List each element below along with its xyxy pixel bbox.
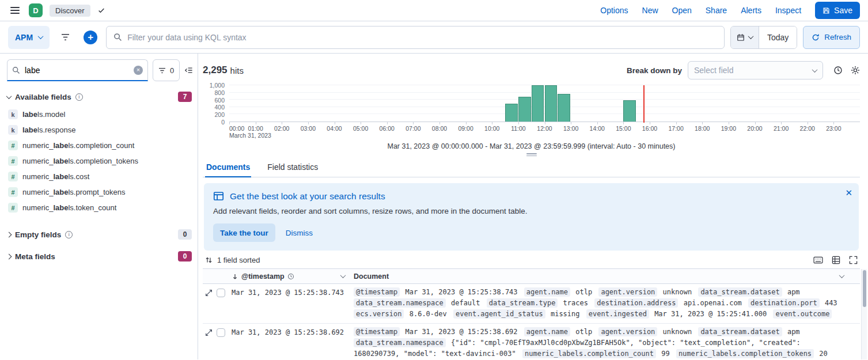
field-item[interactable]: #numeric_labels.completion_count: [7, 138, 192, 153]
table-header-row: @timestamp Document: [203, 269, 860, 284]
doc-field-value: Mar 31, 2023 @ 15:25:38.692: [405, 328, 517, 336]
field-item[interactable]: #numeric_labels.token_count: [7, 200, 192, 215]
vertical-scrollbar[interactable]: [861, 269, 867, 359]
take-tour-button[interactable]: Take the tour: [213, 223, 275, 242]
tab-documents[interactable]: Documents: [205, 158, 251, 177]
number-field-icon: #: [8, 156, 18, 166]
empty-fields-section[interactable]: Empty fields i 0: [7, 229, 192, 240]
data-view-picker[interactable]: APM: [8, 26, 50, 49]
field-item[interactable]: #numeric_labels.completion_tokens: [7, 153, 192, 169]
histogram-bar[interactable]: [505, 104, 518, 122]
discover-main: 2,295 hits Break down by Select field: [198, 54, 868, 359]
timestamp-cell: Mar 31, 2023 @ 15:25:38.743: [232, 287, 354, 297]
display-options-icon[interactable]: [832, 256, 840, 264]
expand-row-icon[interactable]: [205, 289, 213, 297]
tab-field-statistics[interactable]: Field statistics: [266, 158, 319, 177]
menu-icon[interactable]: [8, 5, 22, 16]
row-checkbox[interactable]: [217, 289, 225, 297]
field-search-input[interactable]: [25, 66, 129, 75]
doc-field-value: unknown: [663, 288, 692, 296]
keyword-field-icon: k: [8, 125, 18, 135]
date-quick-select[interactable]: Today: [759, 26, 797, 48]
field-name: labels.model: [22, 110, 65, 119]
clock-icon: [287, 273, 294, 280]
clear-search-icon[interactable]: ×: [134, 66, 143, 75]
document-column-header[interactable]: Document: [354, 272, 847, 281]
dismiss-button[interactable]: Dismiss: [286, 229, 313, 237]
history-icon[interactable]: [833, 66, 843, 75]
x-tickmark: [282, 122, 282, 124]
number-field-icon: #: [8, 187, 18, 197]
number-field-icon: #: [8, 172, 18, 181]
query-bar: APM + Today Refresh: [0, 21, 868, 54]
breakdown-select[interactable]: Select field: [688, 61, 823, 79]
x-tickmark: [729, 122, 729, 124]
histogram: 02004006008001,000 00:0001:0002:0003:000…: [203, 85, 860, 156]
doc-field-value: 20: [819, 350, 827, 358]
meta-fields-section[interactable]: Meta fields 0: [7, 251, 192, 262]
doc-field-value: 99: [661, 350, 669, 358]
breadcrumb[interactable]: Discover: [50, 5, 90, 17]
callout-body: Add relevant fields, reorder and sort co…: [213, 207, 850, 215]
scrollbar-thumb[interactable]: [863, 270, 866, 307]
nav-inspect[interactable]: Inspect: [775, 6, 801, 15]
table-row: Mar 31, 2023 @ 15:25:38.692@timestamp Ma…: [203, 324, 860, 359]
row-checkbox[interactable]: [217, 328, 225, 337]
field-name: numeric_labels.prompt_tokens: [22, 188, 125, 196]
close-icon[interactable]: ✕: [845, 188, 852, 197]
field-item[interactable]: klabels.response: [7, 122, 192, 138]
x-tick-label: 10:00: [484, 125, 499, 132]
x-tickmark: [256, 122, 256, 124]
sort-fields-icon[interactable]: [205, 256, 213, 264]
saved-query-icon[interactable]: [55, 26, 75, 49]
field-item[interactable]: klabels.model: [7, 107, 192, 122]
doc-field-value: 443: [825, 299, 837, 307]
doc-field-value: Mar 31, 2023 @ 15:25:38.743: [405, 288, 517, 296]
field-search-box: ×: [7, 59, 148, 81]
fullscreen-icon[interactable]: [849, 256, 858, 264]
nav-alerts[interactable]: Alerts: [741, 6, 761, 15]
collapse-sidebar-icon[interactable]: [184, 59, 193, 81]
nav-options[interactable]: Options: [600, 6, 628, 15]
expand-row-icon[interactable]: [205, 329, 213, 336]
gear-icon[interactable]: [851, 66, 860, 75]
timestamp-column-header[interactable]: @timestamp: [232, 272, 354, 281]
histogram-bar[interactable]: [558, 94, 570, 122]
nav-share[interactable]: Share: [706, 6, 727, 15]
field-item[interactable]: #numeric_labels.prompt_tokens: [7, 184, 192, 200]
space-avatar[interactable]: D: [29, 3, 43, 17]
refresh-button[interactable]: Refresh: [803, 26, 860, 49]
chart-resize-handle[interactable]: [524, 153, 539, 156]
row-controls: [203, 327, 232, 337]
histogram-bar[interactable]: [518, 97, 531, 122]
x-tick-label: 11:00: [511, 125, 526, 132]
field-item[interactable]: #numeric_labels.cost: [7, 169, 192, 184]
nav-new[interactable]: New: [642, 6, 658, 15]
table-body: Mar 31, 2023 @ 15:25:38.743@timestamp Ma…: [203, 284, 860, 359]
sorted-fields-label[interactable]: 1 field sorted: [217, 256, 260, 264]
date-picker: Today: [730, 26, 797, 49]
histogram-bar[interactable]: [545, 85, 558, 122]
available-fields-section[interactable]: Available fields i 7: [7, 92, 192, 102]
x-tickmark: [755, 122, 756, 124]
x-tick-label: 18:00: [695, 125, 710, 132]
doc-field-chip: @timestamp: [354, 327, 400, 336]
save-button[interactable]: Save: [815, 2, 860, 19]
x-tickmark: [387, 122, 388, 124]
field-filter-button[interactable]: 0: [153, 59, 180, 81]
histogram-bar[interactable]: [623, 100, 636, 122]
check-icon: [97, 6, 105, 14]
field-name: numeric_labels.cost: [22, 172, 89, 181]
add-filter-button[interactable]: +: [81, 26, 100, 49]
x-tickmark: [439, 122, 440, 124]
nav-open[interactable]: Open: [672, 6, 692, 15]
keyboard-icon[interactable]: [813, 256, 823, 264]
field-list: klabels.modelklabels.response#numeric_la…: [7, 107, 192, 215]
x-tick-label: 15:00: [616, 125, 631, 132]
doc-field-chip: event.outcome: [773, 309, 832, 319]
calendar-button[interactable]: [731, 26, 759, 48]
x-tickmark: [623, 122, 624, 124]
kql-search-input[interactable]: [127, 33, 717, 42]
x-tick-label: 19:00: [721, 125, 736, 132]
histogram-bar[interactable]: [532, 85, 544, 122]
